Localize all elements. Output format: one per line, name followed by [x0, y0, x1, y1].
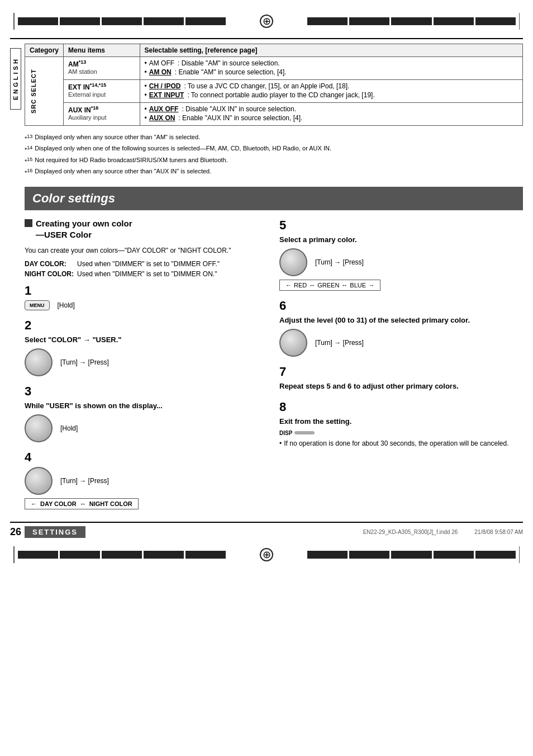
table-row: EXT IN*14,*15 External input • CH / IPOD…	[25, 80, 523, 103]
bottom-registration-marks	[10, 544, 523, 566]
setting-cell-extin: • CH / IPOD : To use a JVC CD changer, […	[140, 80, 522, 103]
desc-am-on: : Enable "AM" in source selection, [4].	[175, 68, 287, 76]
day-color-desc: DAY COLOR: Used when "DIMMER" is set to …	[25, 260, 268, 268]
step-6-instruction: Adjust the level (00 to 31) of the selec…	[279, 315, 523, 325]
fn-num-14: *14	[25, 144, 32, 155]
menu-cell-auxin: AUX IN*16 Auxiliary input	[64, 103, 140, 126]
table-row: SRC SELECT AM*13 AM station • AM OFF : D…	[25, 57, 523, 80]
rgb-arr-left: ←	[285, 282, 292, 289]
rgb-indicator: ← RED ↔ GREEN ↔ BLUE →	[279, 280, 380, 291]
right-column: 5 Select a primary color. [Turn] → [Pres…	[279, 218, 523, 517]
desc-ext-input: : To connect portable audio player to th…	[187, 91, 374, 99]
disp-label: DISP	[279, 430, 292, 436]
step-3-instruction: While "USER" is shown on the display...	[25, 401, 268, 411]
night-color-value: Used when "DIMMER" is set to "DIMMER ON.…	[77, 270, 217, 278]
footnote-14: *14 Displayed only when one of the follo…	[25, 144, 523, 155]
menu-sub-auxin: Auxiliary input	[68, 114, 135, 121]
step-5-number: 5	[279, 218, 523, 233]
step-4: 4 [Turn] → [Press] ← DAY COLOR ↔ NIGHT C…	[25, 450, 268, 509]
indicator-night: NIGHT COLOR	[89, 500, 132, 507]
step-5-content: [Turn] → [Press]	[279, 248, 523, 276]
indicator-arrow-dbl: ↔	[80, 500, 86, 507]
setting-aux-on: AUX ON	[149, 114, 175, 122]
subsection-title: Creating your own color —USER Color	[25, 218, 268, 240]
table-and-notes: Category Menu items Selectable setting, …	[25, 44, 523, 517]
step-3-content: [Hold]	[25, 414, 268, 442]
footnote-13: *13 Displayed only when any source other…	[25, 133, 523, 144]
desc-am-off: : Disable "AM" in source selection.	[178, 59, 280, 67]
night-color-label: NIGHT COLOR:	[25, 270, 75, 278]
day-night-indicator: ← DAY COLOR ↔ NIGHT COLOR	[25, 498, 139, 509]
step-7: 7 Repeat steps 5 and 6 to adjust other p…	[279, 365, 523, 391]
step-1: 1 MENU [Hold]	[25, 284, 268, 310]
page-number: 26	[10, 526, 21, 538]
footnotes-section: *13 Displayed only when any source other…	[25, 133, 523, 178]
desc-ch-ipod: : To use a JVC CD changer, [15], or an A…	[184, 82, 349, 90]
rgb-arr-right: →	[368, 282, 374, 289]
menu-button[interactable]: MENU	[25, 300, 50, 310]
step-8: 8 Exit from the setting. DISP • If no op…	[279, 400, 523, 447]
indicator-day: DAY COLOR	[40, 500, 77, 507]
fn-text-14: Displayed only when one of the following…	[35, 144, 331, 154]
file-info-left: EN22-29_KD-A305_R300[J]_f.indd 26	[363, 529, 458, 535]
rgb-dbl1: ↔	[309, 282, 315, 289]
step-8-instruction: Exit from the setting.	[279, 417, 523, 427]
step-1-action: [Hold]	[58, 301, 75, 309]
step-5-instruction: Select a primary color.	[279, 235, 523, 245]
category-cell: SRC SELECT	[25, 57, 64, 126]
page-wrapper: ENGLISH Category Menu items Selectable s…	[0, 0, 533, 756]
footnote-15: *15 Not required for HD Radio broadcast/…	[25, 155, 523, 167]
step-1-content: MENU [Hold]	[25, 300, 268, 310]
step-8-note-text: If no operation is done for about 30 sec…	[284, 440, 508, 447]
setting-cell-auxin: • AUX OFF : Disable "AUX IN" in source s…	[140, 103, 522, 126]
language-label: ENGLISH	[10, 48, 21, 110]
step-8-note: • If no operation is done for about 30 s…	[279, 440, 523, 447]
step-4-action: [Turn] → [Press]	[60, 477, 109, 485]
knob-step-6	[279, 329, 307, 357]
night-color-desc: NIGHT COLOR: Used when "DIMMER" is set t…	[25, 270, 268, 278]
day-color-value: Used when "DIMMER" is set to "DIMMER OFF…	[77, 260, 220, 268]
disp-button[interactable]: DISP	[279, 430, 315, 436]
center-registration-mark	[260, 15, 273, 28]
setting-am-off: AM OFF	[149, 59, 174, 67]
file-info-right: 21/8/08 9:58:07 AM	[474, 529, 523, 535]
page-number-box: 26 SETTINGS	[10, 526, 85, 538]
step-6-number: 6	[279, 299, 523, 313]
col-header-setting: Selectable setting, [reference page]	[140, 44, 522, 57]
fn-text-16: Displayed only when any source other tha…	[35, 167, 211, 177]
knob-step-4	[25, 467, 53, 495]
step-1-number: 1	[25, 284, 268, 298]
step-8-number: 8	[279, 400, 523, 414]
bottom-rule	[10, 522, 523, 523]
step-2-content: [Turn] → [Press]	[25, 348, 268, 376]
left-column: Creating your own color —USER Color You …	[25, 218, 268, 517]
rgb-dbl2: ↔	[341, 282, 348, 289]
step-7-instruction: Repeat steps 5 and 6 to adjust other pri…	[279, 381, 523, 391]
step-2-action: [Turn] → [Press]	[60, 358, 109, 366]
desc-aux-on: : Enable "AUX IN" in source selection, […	[178, 114, 302, 122]
menu-name-auxin: AUX IN*16	[68, 105, 135, 114]
table-row: AUX IN*16 Auxiliary input • AUX OFF : Di…	[25, 103, 523, 126]
step-5-action: [Turn] → [Press]	[315, 258, 364, 266]
menu-sub-extin: External input	[68, 91, 135, 98]
footnote-16: *16 Displayed only when any source other…	[25, 167, 523, 178]
rgb-blue: BLUE	[350, 282, 366, 289]
step-7-number: 7	[279, 365, 523, 379]
file-info: EN22-29_KD-A305_R300[J]_f.indd 26 21/8/0…	[363, 529, 523, 535]
col-header-category: Category	[25, 44, 64, 57]
step-4-number: 4	[25, 450, 268, 465]
color-settings-header: Color settings	[25, 187, 523, 210]
step-5: 5 Select a primary color. [Turn] → [Pres…	[279, 218, 523, 291]
step-2: 2 Select "COLOR" → "USER." [Turn] → [Pre…	[25, 318, 268, 376]
knob-step-2	[25, 348, 53, 376]
top-rule	[10, 38, 523, 39]
step-8-content: DISP	[279, 430, 523, 436]
step-2-number: 2	[25, 318, 268, 333]
step-2-instruction: Select "COLOR" → "USER."	[25, 335, 268, 345]
src-select-table: Category Menu items Selectable setting, …	[25, 44, 523, 126]
day-color-label: DAY COLOR:	[25, 260, 75, 268]
menu-name-am: AM*13	[68, 59, 135, 68]
step-6-content: [Turn] → [Press]	[279, 329, 523, 357]
setting-cell-am: • AM OFF : Disable "AM" in source select…	[140, 57, 522, 80]
menu-cell-am: AM*13 AM station	[64, 57, 140, 80]
